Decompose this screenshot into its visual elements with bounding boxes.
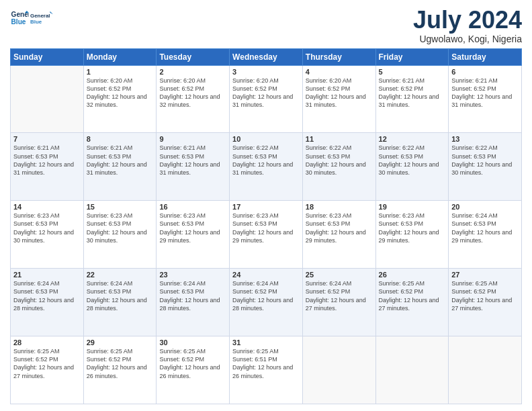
calendar-cell	[375, 336, 449, 404]
calendar-cell: 8Sunrise: 6:21 AMSunset: 6:53 PMDaylight…	[83, 133, 157, 201]
weekday-header-friday: Friday	[375, 48, 449, 65]
calendar-cell: 18Sunrise: 6:23 AMSunset: 6:53 PMDayligh…	[302, 201, 375, 269]
day-info: Sunrise: 6:25 AMSunset: 6:52 PMDaylight:…	[13, 347, 81, 380]
page: General Blue General Blue July 2024 Ugwo…	[0, 0, 532, 411]
calendar-week-1: 7Sunrise: 6:21 AMSunset: 6:53 PMDaylight…	[11, 133, 522, 201]
day-number: 9	[159, 135, 226, 143]
weekday-header-tuesday: Tuesday	[157, 48, 230, 65]
calendar-week-0: 1Sunrise: 6:20 AMSunset: 6:52 PMDaylight…	[11, 65, 522, 133]
day-number: 19	[379, 203, 446, 211]
day-number: 16	[159, 203, 226, 211]
day-info: Sunrise: 6:23 AMSunset: 6:53 PMDaylight:…	[87, 212, 154, 244]
day-number: 30	[159, 338, 226, 347]
calendar-cell: 12Sunrise: 6:22 AMSunset: 6:53 PMDayligh…	[375, 133, 449, 201]
day-number: 3	[232, 68, 300, 76]
day-number: 25	[306, 271, 373, 279]
day-number: 27	[451, 271, 519, 279]
day-info: Sunrise: 6:20 AMSunset: 6:52 PMDaylight:…	[306, 77, 373, 109]
header-row: SundayMondayTuesdayWednesdayThursdayFrid…	[11, 48, 522, 65]
day-number: 21	[13, 271, 81, 279]
calendar-cell: 16Sunrise: 6:23 AMSunset: 6:53 PMDayligh…	[157, 201, 230, 269]
day-number: 14	[13, 203, 81, 211]
day-info: Sunrise: 6:23 AMSunset: 6:53 PMDaylight:…	[13, 212, 81, 244]
logo-icon: General Blue	[10, 9, 29, 28]
calendar-cell: 31Sunrise: 6:25 AMSunset: 6:51 PMDayligh…	[230, 336, 303, 404]
calendar-cell: 20Sunrise: 6:24 AMSunset: 6:53 PMDayligh…	[449, 201, 522, 269]
day-number: 23	[159, 271, 226, 279]
day-info: Sunrise: 6:23 AMSunset: 6:53 PMDaylight:…	[232, 212, 300, 244]
day-info: Sunrise: 6:21 AMSunset: 6:53 PMDaylight:…	[159, 144, 226, 177]
calendar-cell	[302, 336, 375, 404]
subtitle: Ugwolawo, Kogi, Nigeria	[413, 34, 522, 44]
weekday-header-wednesday: Wednesday	[230, 48, 303, 65]
weekday-header-monday: Monday	[83, 48, 157, 65]
calendar-table: SundayMondayTuesdayWednesdayThursdayFrid…	[10, 48, 522, 404]
day-info: Sunrise: 6:23 AMSunset: 6:53 PMDaylight:…	[159, 212, 226, 244]
day-info: Sunrise: 6:21 AMSunset: 6:53 PMDaylight:…	[87, 144, 154, 177]
day-info: Sunrise: 6:22 AMSunset: 6:53 PMDaylight:…	[232, 144, 300, 177]
day-info: Sunrise: 6:24 AMSunset: 6:53 PMDaylight:…	[451, 212, 519, 244]
calendar-cell: 11Sunrise: 6:22 AMSunset: 6:53 PMDayligh…	[302, 133, 375, 201]
day-info: Sunrise: 6:24 AMSunset: 6:53 PMDaylight:…	[13, 279, 81, 312]
calendar-cell: 15Sunrise: 6:23 AMSunset: 6:53 PMDayligh…	[83, 201, 157, 269]
day-number: 28	[13, 338, 81, 347]
calendar-cell: 9Sunrise: 6:21 AMSunset: 6:53 PMDaylight…	[157, 133, 230, 201]
weekday-header-saturday: Saturday	[449, 48, 522, 65]
calendar-cell: 28Sunrise: 6:25 AMSunset: 6:52 PMDayligh…	[11, 336, 84, 404]
calendar-cell	[11, 65, 84, 133]
day-info: Sunrise: 6:20 AMSunset: 6:52 PMDaylight:…	[159, 77, 226, 109]
calendar-cell: 23Sunrise: 6:24 AMSunset: 6:53 PMDayligh…	[157, 269, 230, 336]
svg-text:General: General	[30, 13, 50, 19]
day-number: 12	[379, 135, 446, 143]
day-info: Sunrise: 6:22 AMSunset: 6:53 PMDaylight:…	[379, 144, 446, 177]
calendar-cell: 21Sunrise: 6:24 AMSunset: 6:53 PMDayligh…	[11, 269, 84, 336]
day-number: 13	[451, 135, 519, 143]
calendar-cell: 14Sunrise: 6:23 AMSunset: 6:53 PMDayligh…	[11, 201, 84, 269]
day-number: 6	[451, 68, 519, 76]
svg-text:Blue: Blue	[11, 18, 26, 26]
day-info: Sunrise: 6:21 AMSunset: 6:52 PMDaylight:…	[379, 77, 446, 109]
day-info: Sunrise: 6:25 AMSunset: 6:52 PMDaylight:…	[87, 347, 154, 380]
day-number: 15	[87, 203, 154, 211]
calendar-cell: 5Sunrise: 6:21 AMSunset: 6:52 PMDaylight…	[375, 65, 449, 133]
calendar-cell: 30Sunrise: 6:25 AMSunset: 6:52 PMDayligh…	[157, 336, 230, 404]
svg-marker-5	[50, 11, 53, 15]
calendar-cell: 2Sunrise: 6:20 AMSunset: 6:52 PMDaylight…	[157, 65, 230, 133]
day-number: 11	[306, 135, 373, 143]
day-info: Sunrise: 6:21 AMSunset: 6:52 PMDaylight:…	[451, 77, 519, 109]
day-info: Sunrise: 6:24 AMSunset: 6:52 PMDaylight:…	[306, 279, 373, 312]
day-number: 2	[159, 68, 226, 76]
calendar-cell	[449, 336, 522, 404]
day-number: 29	[87, 338, 154, 347]
day-number: 17	[232, 203, 300, 211]
header: General Blue General Blue July 2024 Ugwo…	[10, 7, 522, 44]
calendar-cell: 7Sunrise: 6:21 AMSunset: 6:53 PMDaylight…	[11, 133, 84, 201]
svg-text:Blue: Blue	[30, 19, 42, 25]
day-info: Sunrise: 6:24 AMSunset: 6:53 PMDaylight:…	[87, 279, 154, 312]
weekday-header-sunday: Sunday	[11, 48, 84, 65]
calendar-cell: 10Sunrise: 6:22 AMSunset: 6:53 PMDayligh…	[230, 133, 303, 201]
calendar-cell: 1Sunrise: 6:20 AMSunset: 6:52 PMDaylight…	[83, 65, 157, 133]
day-info: Sunrise: 6:25 AMSunset: 6:52 PMDaylight:…	[451, 279, 519, 312]
day-number: 26	[379, 271, 446, 279]
calendar-week-2: 14Sunrise: 6:23 AMSunset: 6:53 PMDayligh…	[11, 201, 522, 269]
day-info: Sunrise: 6:20 AMSunset: 6:52 PMDaylight:…	[87, 77, 154, 109]
day-info: Sunrise: 6:24 AMSunset: 6:52 PMDaylight:…	[232, 279, 300, 312]
title-block: July 2024 Ugwolawo, Kogi, Nigeria	[413, 7, 522, 44]
day-number: 4	[306, 68, 373, 76]
day-info: Sunrise: 6:22 AMSunset: 6:53 PMDaylight:…	[451, 144, 519, 177]
calendar-week-3: 21Sunrise: 6:24 AMSunset: 6:53 PMDayligh…	[11, 269, 522, 336]
main-title: July 2024	[413, 7, 522, 34]
calendar-cell: 3Sunrise: 6:20 AMSunset: 6:52 PMDaylight…	[230, 65, 303, 133]
logo: General Blue General Blue	[10, 7, 53, 30]
calendar-cell: 22Sunrise: 6:24 AMSunset: 6:53 PMDayligh…	[83, 269, 157, 336]
day-number: 1	[87, 68, 154, 76]
calendar-cell: 4Sunrise: 6:20 AMSunset: 6:52 PMDaylight…	[302, 65, 375, 133]
calendar-cell: 17Sunrise: 6:23 AMSunset: 6:53 PMDayligh…	[230, 201, 303, 269]
day-info: Sunrise: 6:25 AMSunset: 6:52 PMDaylight:…	[159, 347, 226, 380]
calendar-cell: 25Sunrise: 6:24 AMSunset: 6:52 PMDayligh…	[302, 269, 375, 336]
calendar-cell: 6Sunrise: 6:21 AMSunset: 6:52 PMDaylight…	[449, 65, 522, 133]
day-number: 7	[13, 135, 81, 143]
day-number: 20	[451, 203, 519, 211]
day-info: Sunrise: 6:23 AMSunset: 6:53 PMDaylight:…	[379, 212, 446, 244]
